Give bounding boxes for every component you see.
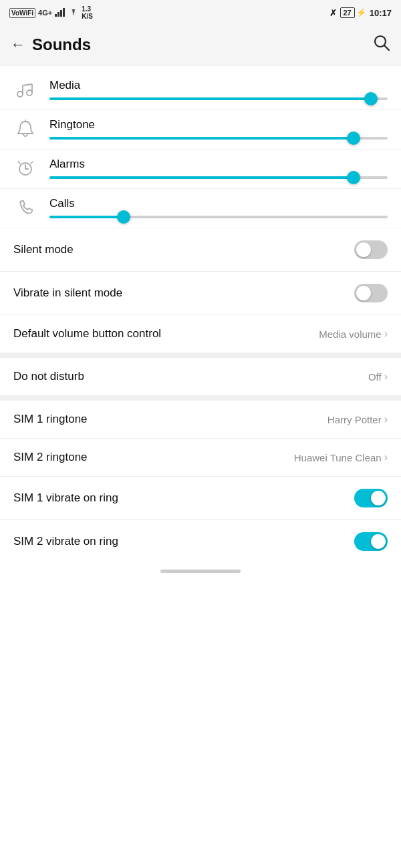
section-divider-2	[0, 395, 401, 401]
media-slider[interactable]	[49, 97, 388, 100]
calls-slider-fill	[49, 216, 124, 218]
media-slider-fill	[49, 97, 371, 100]
alarms-volume-control: Alarms	[49, 158, 388, 179]
status-bar: VoWiFi 4G+ 1.3K/S ✗ 27 ⚡ 10:17	[0, 0, 401, 24]
ringtone-slider[interactable]	[49, 137, 388, 140]
alarms-label: Alarms	[49, 158, 388, 171]
sim2-ringtone-row[interactable]: SIM 2 ringtone Huawei Tune Clean ›	[0, 439, 401, 476]
svg-rect-0	[55, 14, 57, 17]
sim2-ringtone-current: Huawei Tune Clean	[294, 452, 382, 463]
battery-level: 27	[340, 7, 355, 18]
media-label: Media	[49, 79, 388, 92]
wifi-icon	[68, 8, 79, 17]
volume-button-control-row[interactable]: Default volume button control Media volu…	[0, 315, 401, 353]
calls-label: Calls	[49, 197, 388, 210]
volume-button-control-value: Media volume ›	[319, 328, 388, 340]
home-indicator	[0, 563, 401, 577]
silent-mode-knob	[356, 242, 371, 257]
sim1-ringtone-value: Harry Potter ›	[327, 413, 388, 425]
header-left: ← Sounds	[11, 35, 91, 54]
svg-rect-2	[60, 10, 62, 17]
ringtone-slider-thumb[interactable]	[347, 132, 360, 145]
sim1-vibrate-row: SIM 1 vibrate on ring	[0, 477, 401, 519]
calls-icon	[13, 199, 37, 216]
volume-button-control-chevron: ›	[384, 328, 388, 340]
network-label: 4G+	[38, 9, 52, 17]
status-right: ✗ 27 ⚡ 10:17	[329, 7, 392, 18]
app-header: ← Sounds	[0, 24, 401, 65]
alarms-slider[interactable]	[49, 176, 388, 179]
back-button[interactable]: ←	[11, 36, 25, 53]
sim1-ringtone-label: SIM 1 ringtone	[13, 413, 88, 426]
home-bar[interactable]	[160, 570, 241, 573]
svg-point-7	[27, 90, 32, 95]
do-not-disturb-label: Do not disturb	[13, 370, 84, 383]
calls-slider[interactable]	[49, 216, 388, 218]
vowifi-label: VoWiFi	[9, 8, 35, 18]
search-button[interactable]	[373, 34, 390, 55]
svg-point-6	[17, 91, 23, 97]
volume-item-ringtone: Ringtone	[0, 110, 401, 149]
status-left: VoWiFi 4G+ 1.3K/S	[9, 5, 93, 20]
sim2-vibrate-label: SIM 2 vibrate on ring	[13, 535, 118, 548]
bluetooth-icon: ✗	[329, 8, 337, 18]
do-not-disturb-row[interactable]: Do not disturb Off ›	[0, 358, 401, 395]
section-divider-1	[0, 353, 401, 358]
signal-bars	[55, 8, 65, 18]
volume-item-calls: Calls	[0, 189, 401, 228]
media-icon	[13, 81, 37, 97]
sim2-ringtone-label: SIM 2 ringtone	[13, 451, 88, 464]
sim1-ringtone-current: Harry Potter	[327, 414, 382, 425]
ringtone-slider-fill	[49, 137, 354, 140]
sim2-ringtone-chevron: ›	[384, 451, 388, 463]
media-volume-control: Media	[49, 79, 388, 100]
alarms-slider-fill	[49, 176, 354, 179]
volume-item-alarms: Alarms	[0, 150, 401, 188]
silent-mode-row: Silent mode	[0, 228, 401, 271]
media-slider-thumb[interactable]	[364, 92, 378, 105]
charging-icon: ⚡	[356, 8, 366, 17]
volume-button-control-current: Media volume	[319, 329, 381, 340]
sim2-ringtone-value: Huawei Tune Clean ›	[294, 451, 388, 463]
sim1-vibrate-knob	[371, 491, 386, 505]
silent-mode-label: Silent mode	[13, 243, 74, 256]
svg-line-10	[23, 84, 32, 85]
calls-volume-control: Calls	[49, 197, 388, 218]
ringtone-volume-control: Ringtone	[49, 118, 388, 140]
alarms-icon	[13, 159, 37, 178]
do-not-disturb-value: Off ›	[368, 371, 388, 383]
sim2-vibrate-toggle[interactable]	[354, 532, 388, 551]
volume-item-media: Media	[0, 71, 401, 110]
vibrate-silent-knob	[356, 286, 371, 300]
do-not-disturb-current: Off	[368, 371, 382, 383]
ringtone-label: Ringtone	[49, 118, 388, 132]
svg-rect-3	[63, 8, 65, 17]
sim1-ringtone-row[interactable]: SIM 1 ringtone Harry Potter ›	[0, 401, 401, 438]
speed-label: 1.3K/S	[82, 5, 93, 20]
vibrate-silent-row: Vibrate in silent mode	[0, 272, 401, 314]
vibrate-silent-toggle[interactable]	[354, 284, 388, 302]
do-not-disturb-chevron: ›	[384, 371, 388, 383]
page-title: Sounds	[32, 35, 91, 54]
silent-mode-toggle[interactable]	[354, 240, 388, 259]
volume-button-control-label: Default volume button control	[13, 327, 161, 341]
vibrate-silent-label: Vibrate in silent mode	[13, 286, 122, 300]
sim2-vibrate-knob	[371, 534, 386, 549]
sim1-vibrate-toggle[interactable]	[354, 489, 388, 507]
calls-slider-thumb[interactable]	[117, 210, 130, 224]
ringtone-icon	[13, 120, 37, 138]
battery-indicator: 27 ⚡	[340, 7, 366, 18]
sim1-ringtone-chevron: ›	[384, 413, 388, 425]
svg-rect-1	[57, 12, 59, 17]
svg-line-5	[384, 45, 389, 50]
alarms-slider-thumb[interactable]	[347, 171, 360, 184]
sim2-vibrate-row: SIM 2 vibrate on ring	[0, 520, 401, 563]
time-display: 10:17	[370, 8, 392, 18]
volume-section: Media Ringtone	[0, 65, 401, 228]
sim1-vibrate-label: SIM 1 vibrate on ring	[13, 491, 118, 505]
